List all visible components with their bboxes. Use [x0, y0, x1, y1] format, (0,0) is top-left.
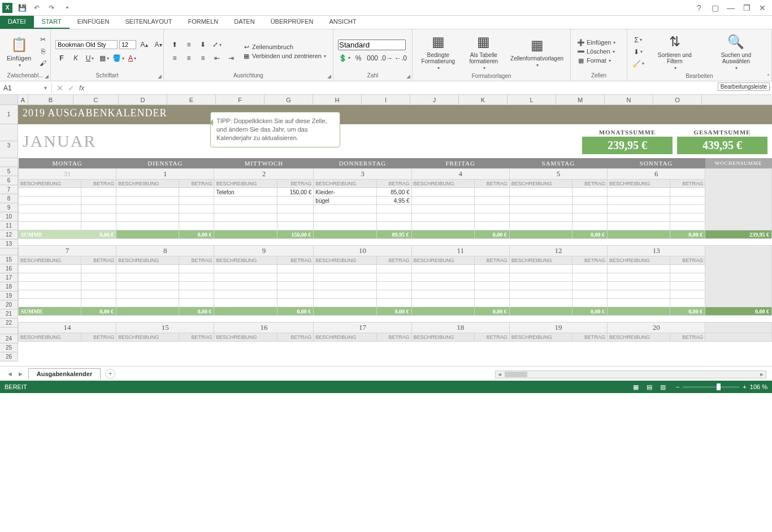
tab-data[interactable]: DATEN [226, 16, 262, 29]
increase-decimal-icon[interactable]: .0→ [380, 53, 393, 64]
row-7[interactable]: 7 [0, 185, 18, 194]
comma-icon[interactable]: 000 [366, 53, 379, 64]
fill-color-icon[interactable]: 🪣▾ [112, 53, 124, 64]
fx-icon[interactable]: fx [79, 84, 84, 92]
row-17[interactable]: 17 [0, 273, 18, 282]
row-18[interactable]: 18 [0, 282, 18, 291]
row-20[interactable]: 20 [0, 300, 18, 309]
format-cells-button[interactable]: ▦Format▾ [575, 56, 617, 65]
cell-styles-button[interactable]: ▦Zellenformatvorlagen▾ [508, 35, 566, 69]
col-J[interactable]: J [410, 95, 459, 104]
row-header[interactable] [0, 158, 18, 167]
row-11[interactable]: 11 [0, 221, 18, 230]
dialog-launcher-icon[interactable]: ◢ [406, 73, 410, 79]
cancel-icon[interactable]: ✕ [57, 84, 63, 93]
zoom-thumb[interactable] [717, 383, 721, 390]
row-26[interactable]: 26 [0, 352, 18, 361]
find-select-button[interactable]: 🔍Suchen und Auswählen▾ [705, 32, 767, 72]
underline-button[interactable]: U▾ [84, 53, 96, 64]
ribbon-options-icon[interactable]: ▢ [708, 2, 722, 14]
row-21[interactable]: 21 [0, 309, 18, 319]
row-24[interactable]: 24 [0, 334, 18, 343]
tab-start[interactable]: START [34, 16, 70, 29]
col-I[interactable]: I [362, 95, 410, 104]
col-C[interactable]: C [73, 95, 119, 104]
italic-button[interactable]: K [70, 53, 82, 64]
percent-icon[interactable]: % [352, 53, 365, 64]
col-L[interactable]: L [508, 95, 556, 104]
align-right-icon[interactable]: ≡ [197, 53, 209, 64]
col-B[interactable]: B [28, 95, 73, 104]
row-8[interactable]: 8 [0, 194, 18, 203]
row-13[interactable]: 13 [0, 239, 18, 248]
col-O[interactable]: O [653, 95, 702, 104]
grow-font-icon[interactable]: A▴ [138, 39, 150, 50]
row-10[interactable]: 10 [0, 212, 18, 221]
align-bottom-icon[interactable]: ⬇ [197, 39, 209, 50]
page-layout-view-icon[interactable]: ▤ [643, 382, 656, 391]
insert-cells-button[interactable]: ➕Einfügen▾ [575, 38, 617, 47]
add-sheet-button[interactable]: + [105, 369, 115, 379]
orientation-icon[interactable]: ⤢▾ [211, 39, 223, 50]
enter-icon[interactable]: ✓ [68, 84, 75, 93]
dialog-launcher-icon[interactable]: ◢ [158, 73, 162, 79]
col-E[interactable]: E [167, 95, 216, 104]
merge-button[interactable]: ▦Verbinden und zentrieren▾ [241, 52, 327, 60]
calendar-title[interactable]: 2019 AUSGABENKALENDER [18, 105, 772, 124]
redo-icon[interactable]: ↷ [45, 2, 58, 14]
shrink-font-icon[interactable]: A▾ [152, 39, 164, 50]
restore-icon[interactable]: ❐ [739, 2, 754, 14]
formula-input[interactable] [89, 83, 767, 93]
font-size-input[interactable] [119, 40, 136, 49]
row-12[interactable]: 12 [0, 230, 18, 239]
align-left-icon[interactable]: ≡ [168, 53, 181, 64]
minimize-icon[interactable]: — [723, 2, 738, 14]
row-19[interactable]: 19 [0, 291, 18, 300]
dialog-launcher-icon[interactable]: ◢ [327, 73, 331, 79]
row-6[interactable]: 6 [0, 176, 18, 185]
row-5[interactable]: 5 [0, 167, 18, 176]
row-16[interactable]: 16 [0, 264, 18, 273]
delete-cells-button[interactable]: ➖Löschen▾ [575, 47, 617, 56]
help-icon[interactable]: ? [692, 2, 706, 14]
row-header[interactable] [0, 328, 18, 334]
close-icon[interactable]: ✕ [755, 2, 770, 14]
sheet-tab[interactable]: Ausgabenkalender [28, 368, 101, 379]
fill-icon[interactable]: ⬇▾ [632, 46, 644, 58]
col-N[interactable]: N [605, 95, 653, 104]
tab-nav-prev-icon[interactable]: ◄ [7, 370, 13, 377]
font-name-input[interactable] [55, 40, 118, 49]
sort-filter-button[interactable]: ⇅Sortieren und Filtern▾ [648, 32, 702, 72]
decrease-decimal-icon[interactable]: ←.0 [394, 53, 407, 64]
scroll-right-icon[interactable]: ► [758, 372, 766, 377]
col-D[interactable]: D [119, 95, 167, 104]
conditional-format-button[interactable]: ▦Bedingte Formatierung▾ [417, 32, 459, 72]
tab-review[interactable]: ÜBERPRÜFEN [263, 16, 322, 29]
row-3[interactable]: 3 [0, 141, 18, 158]
paste-button[interactable]: 📋 Einfügen ▾ [5, 34, 33, 69]
autosum-icon[interactable]: Σ▾ [632, 34, 644, 46]
row-25[interactable]: 25 [0, 343, 18, 352]
bold-button[interactable]: F [55, 53, 68, 64]
align-top-icon[interactable]: ⬆ [168, 39, 181, 50]
format-painter-icon[interactable]: 🖌 [37, 58, 49, 69]
col-H[interactable]: H [313, 95, 362, 104]
save-icon[interactable]: 💾 [16, 2, 28, 14]
currency-icon[interactable]: 💲▾ [338, 53, 350, 64]
dialog-launcher-icon[interactable]: ◢ [45, 73, 49, 79]
tab-file[interactable]: DATEI [0, 16, 34, 29]
col-G[interactable]: G [264, 95, 313, 104]
cut-icon[interactable]: ✂ [37, 34, 49, 45]
row-1[interactable]: 1 [0, 105, 18, 124]
wrap-text-button[interactable]: ↩Zeilenumbruch [241, 43, 327, 51]
font-color-icon[interactable]: A▾ [126, 53, 138, 64]
tab-nav-next-icon[interactable]: ► [18, 370, 24, 377]
indent-increase-icon[interactable]: ⇥ [225, 53, 237, 64]
horizontal-scrollbar[interactable]: ◄ ► [495, 370, 766, 378]
col-A[interactable]: A [18, 95, 28, 104]
align-center-icon[interactable]: ≡ [183, 53, 195, 64]
grid[interactable]: 2019 AUSGABENKALENDER TIPP: Doppelklicke… [18, 105, 772, 361]
name-box[interactable]: A1▼ [0, 83, 52, 93]
row-22[interactable]: 22 [0, 319, 18, 328]
qat-customize-icon[interactable]: ▾ [61, 2, 73, 14]
